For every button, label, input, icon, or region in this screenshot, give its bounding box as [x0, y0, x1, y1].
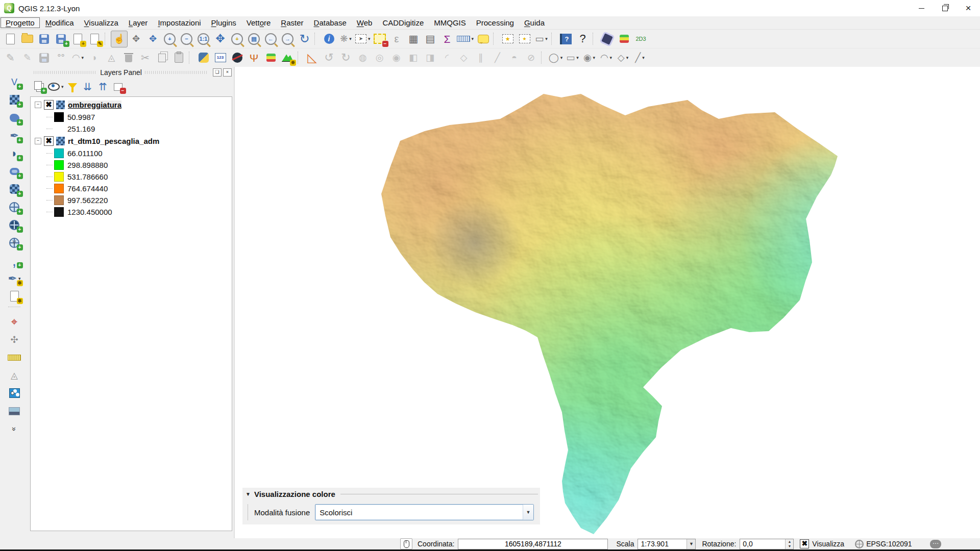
stop-render-button[interactable] [400, 538, 412, 549]
deselect-features[interactable]: − [372, 31, 388, 47]
menu-mmqgis[interactable]: MMQGIS [429, 18, 471, 28]
cad-line-tool-dropdown-icon[interactable]: ▾ [642, 55, 645, 60]
plugin-qgis2threejs[interactable] [599, 31, 616, 47]
add-circular-string[interactable]: ◠▾ [69, 49, 86, 66]
whats-this[interactable]: ? [574, 31, 591, 47]
help-contents[interactable]: ? [557, 31, 574, 47]
show-bookmarks[interactable]: ★ [516, 31, 533, 47]
render-checkbox[interactable]: ✖ [800, 539, 809, 548]
cad-ellipse-tool[interactable]: ◯▾ [547, 49, 564, 66]
cad-rectangle-tool-dropdown-icon[interactable]: ▾ [576, 55, 579, 60]
delete-part[interactable]: ⊘ [523, 49, 540, 66]
scale-select[interactable]: 1:73.901 ▼ [638, 539, 696, 549]
split-features[interactable]: ╱ [489, 49, 506, 66]
cad-polygon-tool[interactable]: ◇▾ [615, 49, 631, 66]
add-oracle-layer[interactable]: + [6, 163, 23, 180]
messages-icon[interactable]: ⋯ [930, 540, 941, 548]
spin-up-icon[interactable]: ▲ [786, 539, 793, 544]
plugin-terrain-hillshade[interactable]: ✸ [279, 49, 296, 66]
python-console[interactable] [195, 49, 212, 66]
field-calculator[interactable]: ▤ [422, 31, 439, 47]
crs-status[interactable]: EPSG:102091 [866, 540, 912, 548]
measure-tool-dropdown-icon[interactable]: ▾ [472, 36, 474, 41]
coordinate-input[interactable] [458, 539, 608, 549]
add-circular-string-dropdown-icon[interactable]: ▾ [82, 55, 84, 60]
manage-layer-visibility[interactable]: ▾ [47, 79, 65, 94]
zoom-full-extent[interactable]: ✥ [212, 31, 229, 47]
minimize-button[interactable] [910, 0, 933, 16]
move-feature[interactable]: ◗ [86, 49, 103, 66]
node-tool[interactable]: ◬ [103, 49, 120, 66]
plugin-profile-tool[interactable] [616, 31, 632, 47]
filter-legend[interactable] [65, 79, 80, 94]
add-vector-layer[interactable]: V+ [6, 73, 23, 90]
run-feature-action-dropdown-icon[interactable]: ▾ [349, 36, 352, 41]
cad-arc-tool-dropdown-icon[interactable]: ▾ [610, 55, 612, 60]
cad-rectangle-tool[interactable]: ▭▾ [564, 49, 581, 66]
menu-raster[interactable]: Raster [276, 18, 308, 28]
simplify-feature[interactable]: ◎ [371, 49, 388, 66]
save-project-as[interactable]: + [53, 31, 69, 47]
cad-circle-tool-dropdown-icon[interactable]: ▾ [593, 55, 596, 60]
plugin-2d3-histogram[interactable]: 2D3 [632, 31, 649, 47]
menu-visualizza[interactable]: Visualizza [80, 18, 123, 28]
zoom-next[interactable]: → [279, 31, 296, 47]
add-wcs-layer[interactable]: + [6, 216, 23, 233]
zoom-to-selection[interactable]: + [229, 31, 246, 47]
open-project[interactable] [19, 31, 36, 47]
statistical-summary[interactable]: Σ [439, 31, 456, 47]
spin-down-icon[interactable]: ▼ [786, 544, 793, 549]
caddigitize-triangle[interactable]: ◺ [304, 49, 321, 66]
layer-visibility-checkbox[interactable]: ✖ [44, 100, 54, 110]
new-spatialite-layer[interactable]: ✱ [6, 288, 23, 305]
plugin-grass[interactable]: Ψ [246, 49, 262, 66]
cad-line-tool[interactable]: ╱▾ [631, 49, 648, 66]
plugin-osm-globe[interactable] [229, 49, 246, 66]
crs-globe-icon[interactable] [855, 540, 864, 548]
color-rendering-header[interactable]: ▼ Visualizzazione colore [242, 488, 540, 500]
map-canvas[interactable] [235, 67, 980, 538]
cad-update-tool[interactable] [6, 349, 23, 366]
cad-circle-tool[interactable]: ◉▾ [581, 49, 598, 66]
current-edits[interactable]: ✎ [2, 49, 19, 66]
new-shapefile-layer[interactable]: ✒✱▾ [6, 270, 23, 287]
cut-features[interactable]: ✂ [137, 49, 154, 66]
new-project[interactable] [2, 31, 19, 47]
layer-row-rt_dtm10_pescaglia_adm[interactable]: −✖rt_dtm10_pescaglia_adm [31, 135, 232, 147]
map-tips[interactable] [475, 31, 492, 47]
zoom-in-tool[interactable]: + [161, 31, 178, 47]
undo[interactable]: ↺ [321, 49, 337, 66]
menu-vettore[interactable]: Vettore [242, 18, 276, 28]
georeferencer-photo[interactable] [6, 403, 23, 419]
select-features-dropdown-icon[interactable]: ▾ [368, 36, 371, 41]
snap-point-tool[interactable]: ⌖ [6, 313, 23, 330]
add-spatialite-layer[interactable]: ✒+ [6, 127, 23, 144]
collapse-all[interactable]: ⇈ [95, 79, 111, 94]
redo[interactable]: ↻ [337, 49, 354, 66]
blue-nodes-square-tool[interactable] [6, 385, 23, 402]
text-annotation-dropdown-icon[interactable]: ▾ [545, 36, 548, 41]
remove-layer-group[interactable]: − [111, 79, 126, 94]
new-print-composer[interactable]: + [69, 31, 86, 47]
add-wms-layer[interactable]: + [6, 198, 23, 215]
panel-close-button[interactable]: × [223, 68, 232, 77]
toggle-editing[interactable]: ✎ [19, 49, 36, 66]
run-feature-action[interactable]: ❋▾ [337, 31, 354, 47]
select-features[interactable]: ➤▾ [354, 31, 372, 47]
menu-impostazioni[interactable]: Impostazioni [153, 18, 205, 28]
add-postgis-layer[interactable]: + [6, 109, 23, 126]
touch-zoom-pan-tool[interactable]: ☝ [111, 31, 128, 47]
spin-arrows[interactable]: ▲▼ [785, 539, 793, 549]
plugin-dtm-stack[interactable] [262, 49, 279, 66]
pan-to-selection[interactable]: ✥ [144, 31, 161, 47]
menu-database[interactable]: Database [309, 18, 351, 28]
new-bookmark[interactable]: ★ [499, 31, 516, 47]
measure-tool[interactable]: ▾ [456, 31, 475, 47]
add-oracle-georaster[interactable]: + [6, 181, 23, 197]
cad-ellipse-tool-dropdown-icon[interactable]: ▾ [560, 55, 563, 60]
add-mssql-layer[interactable]: ◗+ [6, 145, 23, 162]
paste-features[interactable] [170, 49, 187, 66]
split-parts[interactable]: ∥ [472, 49, 489, 66]
menu-plugins[interactable]: Plugins [207, 18, 241, 28]
open-attribute-table[interactable]: ▦ [405, 31, 422, 47]
